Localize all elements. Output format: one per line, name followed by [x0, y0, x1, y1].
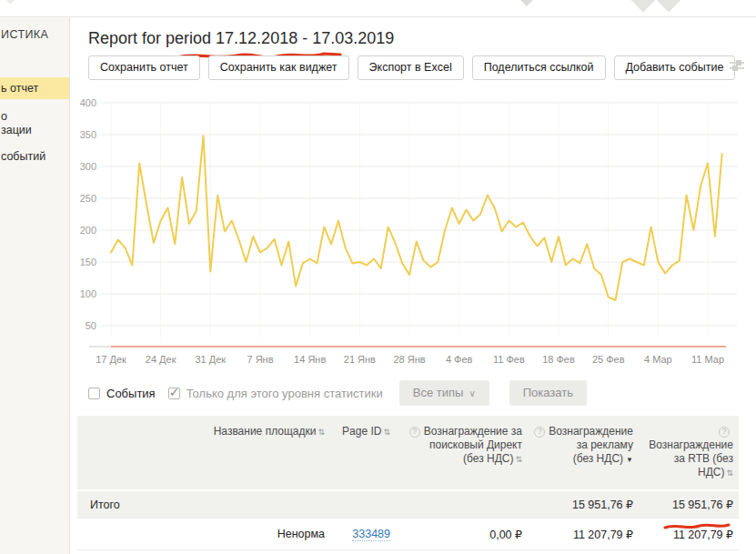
table-total-row: Итого 15 951,76 ₽ 15 951,76 ₽ [77, 489, 739, 518]
sort-icon[interactable]: ⇅ [726, 468, 733, 478]
svg-text:25 Фев: 25 Фев [592, 354, 625, 365]
chevron-down-icon: ∨ [469, 388, 475, 398]
export-excel-button[interactable]: Экспорт в Excel [358, 55, 464, 80]
event-type-value: Все типы [413, 386, 464, 399]
svg-text:4 Мар: 4 Мар [644, 354, 672, 365]
svg-text:31 Дек: 31 Дек [196, 354, 227, 365]
cutoff-decoration [652, 0, 686, 12]
column-header-ads-revenue[interactable]: ?Вознаграждение за рекламу (без НДС)▼ [528, 416, 639, 489]
svg-text:21 Янв: 21 Янв [344, 354, 376, 365]
svg-text:11 Мар: 11 Мар [691, 354, 724, 365]
ads-revenue: 11 207,79 ₽ [528, 528, 639, 541]
total-ads-revenue: 15 951,76 ₽ [528, 498, 639, 511]
svg-text:11 Фев: 11 Фев [493, 354, 525, 365]
event-type-dropdown[interactable]: Все типы∨ [399, 380, 489, 406]
svg-text:300: 300 [80, 161, 96, 172]
column-header-search-direct[interactable]: ?Вознаграждение за поисковый Директ (без… [396, 416, 528, 489]
rtb-revenue: 11 207,79 ₽ [639, 528, 739, 541]
add-event-button[interactable]: Добавить событие [614, 55, 736, 80]
svg-text:400: 400 [80, 97, 96, 108]
sidebar-item-report-active[interactable]: ь отчет [0, 77, 69, 99]
svg-text:24 Дек: 24 Дек [146, 354, 176, 365]
page-title: Report for period 17.12.2018 - 17.03.201… [88, 29, 394, 48]
help-icon[interactable]: ? [409, 427, 420, 438]
events-controls: События Только для этого уровня статисти… [88, 380, 587, 406]
report-page: Report for period 17.12.2018 - 17.03.201… [71, 17, 756, 554]
sort-icon[interactable]: ⇅ [515, 455, 522, 464]
sidebar-item-label: ь отчет [1, 82, 38, 95]
svg-text:28 Янв: 28 Янв [393, 354, 425, 365]
svg-text:14 Янв: 14 Янв [294, 354, 326, 365]
column-header-page-id[interactable]: Page ID⇅ [330, 416, 396, 489]
sidebar-item-monetization[interactable]: о зации [0, 106, 69, 141]
cutoff-decoration [6, 0, 15, 4]
page-id-link[interactable]: 333489 [352, 528, 390, 541]
sort-icon[interactable]: ⇅ [383, 428, 390, 437]
svg-text:250: 250 [80, 193, 96, 204]
help-icon[interactable]: ? [719, 427, 730, 438]
svg-text:100: 100 [80, 288, 96, 299]
svg-text:150: 150 [80, 257, 96, 267]
total-rtb-revenue: 15 951,76 ₽ [639, 498, 739, 511]
column-header-rtb-revenue[interactable]: ? Вознаграждение за RTB (без НДС)⇅ [639, 416, 739, 489]
sidebar-item-events-log[interactable]: событий [0, 146, 69, 166]
sort-icon[interactable]: ⇅ [318, 428, 325, 437]
level-only-checkbox[interactable] [168, 388, 180, 399]
column-header-platform-name[interactable]: Название площадки⇅ [77, 416, 330, 489]
sidebar-item-label: зации [1, 124, 66, 137]
sidebar-item-label: событий [1, 150, 45, 163]
save-report-button[interactable]: Сохранить отчет [88, 55, 200, 80]
revenue-line-chart[interactable]: 4003503002502001501005017 Дек24 Дек31 Де… [76, 94, 750, 368]
total-label: Итого [77, 499, 330, 511]
help-icon[interactable]: ? [534, 427, 545, 438]
events-checkbox-label[interactable]: События [106, 387, 156, 400]
top-cutoff-strip [0, 0, 756, 17]
sort-desc-icon[interactable]: ▼ [626, 456, 633, 464]
svg-text:17 Дек: 17 Дек [96, 354, 126, 365]
platform-name: Ненорма [77, 528, 330, 540]
table-header-row: Название площадки⇅ Page ID⇅ ?Вознагражде… [77, 416, 739, 489]
share-link-button[interactable]: Поделиться ссылкой [472, 55, 606, 80]
report-toolbar: Сохранить отчет Сохранить как виджет Экс… [88, 55, 735, 80]
sidebar-section-title: ИСТИКА [0, 17, 69, 41]
sidebar: ИСТИКА ь отчет о зации событий [0, 17, 70, 554]
direct-revenue: 0,00 ₽ [396, 528, 528, 541]
svg-text:350: 350 [80, 129, 96, 140]
svg-text:7 Янв: 7 Янв [247, 354, 273, 365]
table-row: https://nonarko.info/ - Тематическая рек… [77, 549, 739, 554]
svg-text:4 Фев: 4 Фев [446, 354, 473, 365]
cutoff-decoration [627, 0, 660, 12]
cutoff-decoration [518, 0, 536, 6]
table-row: Ненорма 333489 0,00 ₽ 11 207,79 ₽ 11 207… [77, 518, 739, 549]
show-events-button[interactable]: Показать [509, 380, 587, 406]
svg-text:50: 50 [86, 320, 96, 331]
events-checkbox[interactable] [88, 388, 100, 399]
svg-text:18 Фев: 18 Фев [542, 354, 575, 365]
platforms-table: Название площадки⇅ Page ID⇅ ?Вознагражде… [77, 416, 739, 554]
sidebar-item-label: о [1, 110, 66, 124]
save-as-widget-button[interactable]: Сохранить как виджет [208, 55, 349, 80]
svg-text:200: 200 [80, 225, 96, 236]
chart-settings-icon[interactable] [730, 62, 744, 73]
level-only-checkbox-label[interactable]: Только для этого уровня статистики [186, 387, 383, 400]
